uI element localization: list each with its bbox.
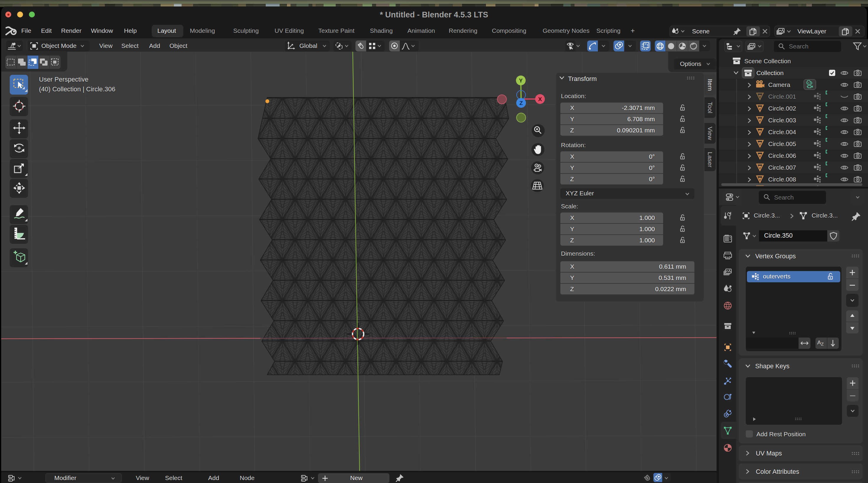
svg-text:Z: Z xyxy=(519,100,523,106)
svg-text:X: X xyxy=(538,96,542,102)
svg-text:Y: Y xyxy=(519,78,523,84)
